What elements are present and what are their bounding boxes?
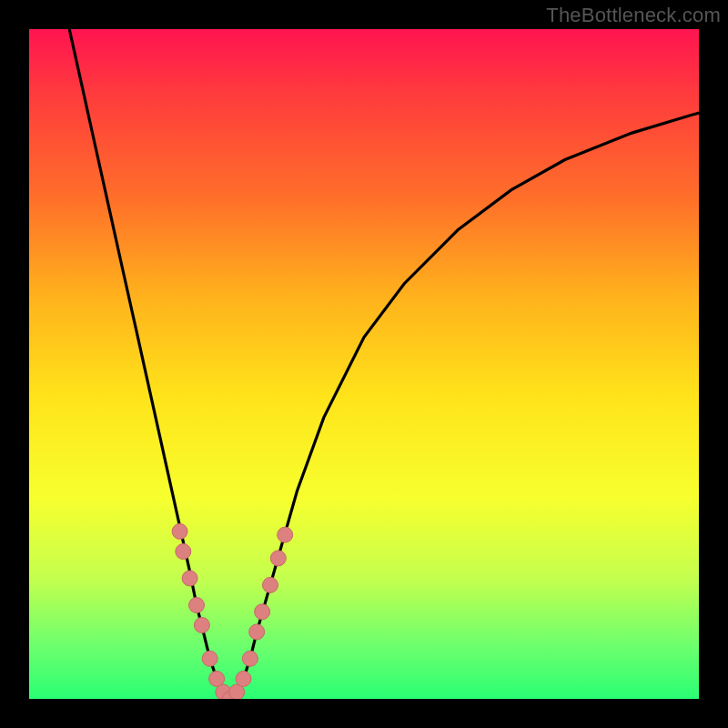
watermark-label: TheBottleneck.com (546, 4, 721, 27)
chart-frame: TheBottleneck.com (0, 0, 728, 728)
plot-gradient-background (29, 29, 699, 699)
